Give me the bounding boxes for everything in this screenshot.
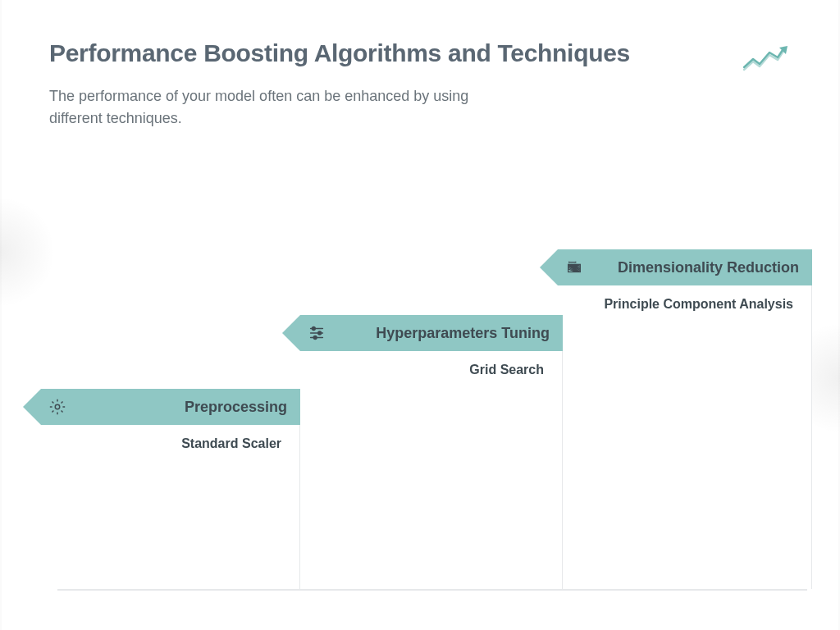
page-title: Performance Boosting Algorithms and Tech… xyxy=(49,39,791,67)
svg-point-2 xyxy=(318,331,322,335)
trend-up-icon xyxy=(742,43,791,75)
stair-diagram: Preprocessing Standard Scaler xyxy=(57,238,807,591)
page-subtitle: The performance of your model often can … xyxy=(49,85,509,130)
step-item: Principle Component Analysis xyxy=(584,297,793,312)
step-panel: Grid Search xyxy=(308,351,563,589)
grid-reduce-icon xyxy=(564,258,584,277)
svg-point-0 xyxy=(55,404,60,409)
sliders-icon xyxy=(307,323,326,343)
step-label: Hyperparameters Tuning xyxy=(300,315,563,351)
step-label-text: Hyperparameters Tuning xyxy=(376,325,550,342)
step-item: Grid Search xyxy=(326,363,544,377)
step-label-text: Preprocessing xyxy=(185,399,287,416)
step-label: Dimensionality Reduction xyxy=(558,249,812,285)
baseline xyxy=(57,589,807,591)
slide: Performance Boosting Algorithms and Tech… xyxy=(0,0,840,630)
svg-point-1 xyxy=(313,327,316,331)
step-label: Preprocessing xyxy=(41,389,300,425)
step-panel: Standard Scaler xyxy=(57,425,300,589)
step-panel: Principle Component Analysis xyxy=(566,285,812,589)
gear-icon xyxy=(48,397,67,417)
step-label-text: Dimensionality Reduction xyxy=(618,259,799,276)
svg-point-3 xyxy=(313,336,317,340)
step-item: Standard Scaler xyxy=(75,436,281,451)
